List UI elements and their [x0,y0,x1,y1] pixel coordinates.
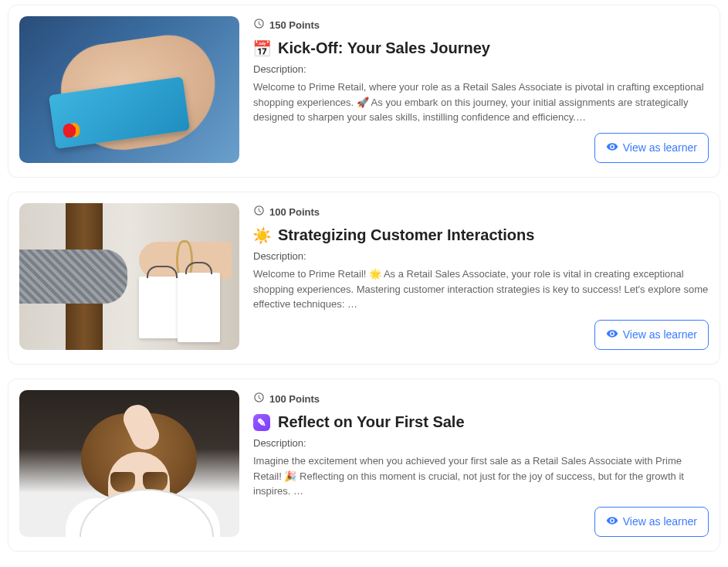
lesson-title-row: ✎ Reflect on Your First Sale [253,413,709,431]
clock-icon [253,18,265,32]
points-row: 150 Points [253,18,709,32]
lesson-card: 150 Points 📅 Kick-Off: Your Sales Journe… [8,5,720,178]
description-label: Description: [253,250,709,262]
pencil-icon: ✎ [253,414,270,431]
lesson-title-row: ☀️ Strategizing Customer Interactions [253,226,709,244]
lesson-content: 150 Points 📅 Kick-Off: Your Sales Journe… [253,16,709,163]
clock-icon [253,392,265,406]
points-text: 100 Points [269,206,320,218]
lesson-thumbnail [19,390,239,537]
sun-icon: ☀️ [253,227,270,244]
lesson-title: Strategizing Customer Interactions [278,226,534,244]
lesson-card: 100 Points ✎ Reflect on Your First Sale … [8,379,720,552]
view-as-learner-button[interactable]: View as learner [594,320,709,350]
lesson-card: 100 Points ☀️ Strategizing Customer Inte… [8,192,720,365]
description-label: Description: [253,63,709,75]
description-body: Imagine the excitement when you achieved… [253,453,709,499]
lesson-content: 100 Points ☀️ Strategizing Customer Inte… [253,203,709,350]
lesson-title: Kick-Off: Your Sales Journey [278,39,490,57]
view-button-label: View as learner [623,515,697,528]
points-row: 100 Points [253,392,709,406]
lesson-thumbnail [19,203,239,350]
view-as-learner-button[interactable]: View as learner [594,133,709,163]
description-body: Welcome to Prime Retail! 🌟 As a Retail S… [253,267,709,312]
description-body: Welcome to Prime Retail, where your role… [253,80,709,125]
eye-icon [606,514,618,529]
view-as-learner-button[interactable]: View as learner [594,507,709,537]
points-row: 100 Points [253,205,709,219]
eye-icon [606,141,618,155]
calendar-icon: 📅 [253,40,270,57]
points-text: 150 Points [269,19,320,31]
eye-icon [606,328,618,342]
lesson-content: 100 Points ✎ Reflect on Your First Sale … [253,390,709,537]
lesson-title: Reflect on Your First Sale [278,413,465,431]
view-button-label: View as learner [623,141,697,154]
view-button-label: View as learner [623,328,697,341]
points-text: 100 Points [269,393,320,405]
lesson-thumbnail [19,16,239,163]
lesson-title-row: 📅 Kick-Off: Your Sales Journey [253,39,709,57]
clock-icon [253,205,265,219]
description-label: Description: [253,437,709,449]
